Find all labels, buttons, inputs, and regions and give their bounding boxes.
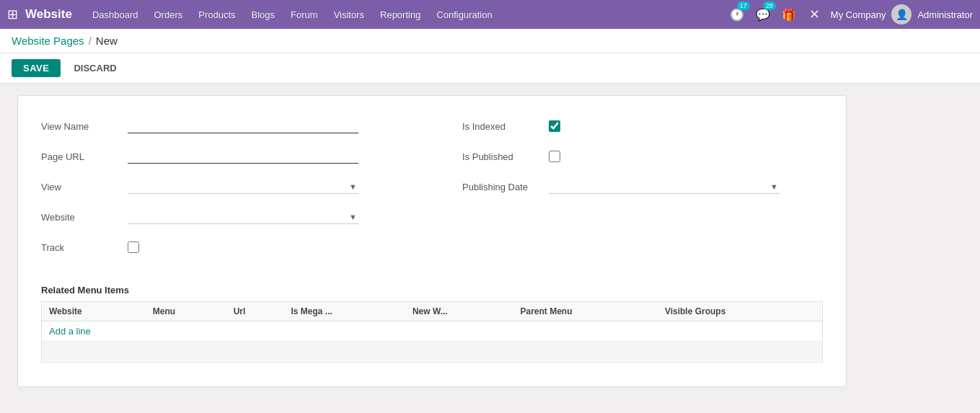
table-footer-cell: [42, 342, 823, 363]
nav-item-orders[interactable]: Orders: [146, 5, 190, 25]
close-icon: ✕: [809, 6, 820, 22]
avatar-icon: 👤: [896, 9, 908, 20]
breadcrumb-parent[interactable]: Website Pages: [12, 35, 84, 47]
publishing-date-wrapper: ▼: [549, 179, 780, 194]
nav-item-configuration[interactable]: Configuration: [429, 5, 499, 25]
is-published-checkbox[interactable]: [549, 151, 560, 162]
nav-item-visitors[interactable]: Visitors: [327, 5, 371, 25]
app-logo: Website: [25, 7, 72, 22]
is-published-label: Is Published: [462, 151, 549, 162]
admin-name[interactable]: Administrator: [917, 9, 973, 20]
nav-menu: Dashboard Orders Products Blogs Forum Vi…: [85, 5, 723, 25]
table-footer-row: [42, 342, 823, 363]
track-label: Track: [41, 242, 128, 253]
view-select-wrapper: ▼: [128, 179, 358, 194]
col-is-mega: Is Mega ...: [284, 302, 405, 321]
website-row: Website ▼: [41, 207, 433, 227]
table-header-row: Website Menu Url Is Mega ... New W... Pa…: [42, 302, 823, 321]
form-card: View Name Page URL View ▼: [17, 95, 847, 387]
gift-icon: 🎁: [782, 8, 796, 22]
add-line-cell: Add a line: [42, 321, 823, 342]
website-label: Website: [41, 212, 128, 223]
page-url-label: Page URL: [41, 151, 128, 162]
nav-item-blogs[interactable]: Blogs: [244, 5, 283, 25]
close-icon-btn[interactable]: ✕: [805, 4, 825, 25]
add-line-row: Add a line: [42, 321, 823, 342]
publishing-date-label: Publishing Date: [462, 182, 549, 192]
col-url: Url: [226, 302, 284, 321]
publishing-date-row: Publishing Date ▼: [462, 177, 823, 197]
track-checkbox[interactable]: [128, 241, 139, 253]
add-a-line-link[interactable]: Add a line: [49, 326, 91, 337]
related-menu-title: Related Menu Items: [41, 285, 823, 296]
nav-item-forum[interactable]: Forum: [283, 5, 325, 25]
form-right: Is Indexed Is Published Publishing Date: [462, 116, 823, 267]
clock-icon-btn[interactable]: 🕐 17: [727, 4, 747, 25]
messages-icon-btn[interactable]: 💬 28: [753, 4, 773, 25]
breadcrumb-separator: /: [89, 35, 92, 47]
view-name-input[interactable]: [128, 119, 358, 133]
view-label: View: [41, 182, 128, 192]
messages-badge: 28: [763, 1, 776, 10]
view-name-row: View Name: [41, 116, 433, 136]
col-website: Website: [42, 302, 146, 321]
col-parent-menu: Parent Menu: [513, 302, 658, 321]
breadcrumb: Website Pages / New: [0, 29, 980, 53]
is-published-row: Is Published: [462, 146, 823, 166]
nav-item-products[interactable]: Products: [191, 5, 242, 25]
discard-button[interactable]: DISCARD: [66, 59, 123, 77]
page-url-row: Page URL: [41, 146, 433, 166]
is-indexed-label: Is Indexed: [462, 121, 549, 132]
save-button[interactable]: SAVE: [12, 59, 61, 77]
page-url-input[interactable]: [128, 149, 358, 164]
website-select[interactable]: [128, 210, 358, 224]
is-indexed-row: Is Indexed: [462, 116, 823, 136]
is-indexed-checkbox[interactable]: [549, 120, 560, 132]
clock-badge: 17: [737, 1, 750, 10]
grid-icon[interactable]: ⊞: [7, 6, 18, 22]
col-visible-groups: Visible Groups: [658, 302, 823, 321]
nav-item-reporting[interactable]: Reporting: [373, 5, 428, 25]
top-navigation: ⊞ Website Dashboard Orders Products Blog…: [0, 0, 980, 29]
form-columns: View Name Page URL View ▼: [41, 116, 823, 267]
nav-right-actions: 🕐 17 💬 28 🎁 ✕ My Company 👤 Administrator: [727, 4, 973, 25]
view-name-label: View Name: [41, 121, 128, 132]
view-row: View ▼: [41, 177, 433, 197]
related-menu-section: Related Menu Items Website Menu Url Is M…: [41, 285, 823, 363]
company-name[interactable]: My Company: [831, 9, 886, 20]
main-content: View Name Page URL View ▼: [0, 84, 980, 399]
breadcrumb-current: New: [96, 35, 118, 47]
nav-item-dashboard[interactable]: Dashboard: [85, 5, 146, 25]
website-select-wrapper: ▼: [128, 210, 358, 224]
action-bar: SAVE DISCARD: [0, 53, 980, 84]
col-menu: Menu: [146, 302, 226, 321]
track-row: Track: [41, 237, 433, 257]
view-select[interactable]: [128, 179, 358, 194]
form-left: View Name Page URL View ▼: [41, 116, 433, 267]
avatar[interactable]: 👤: [891, 4, 911, 25]
publishing-date-select[interactable]: [549, 179, 780, 194]
gift-icon-btn[interactable]: 🎁: [779, 4, 799, 25]
col-new-w: New W...: [405, 302, 513, 321]
related-menu-table: Website Menu Url Is Mega ... New W... Pa…: [41, 301, 823, 363]
